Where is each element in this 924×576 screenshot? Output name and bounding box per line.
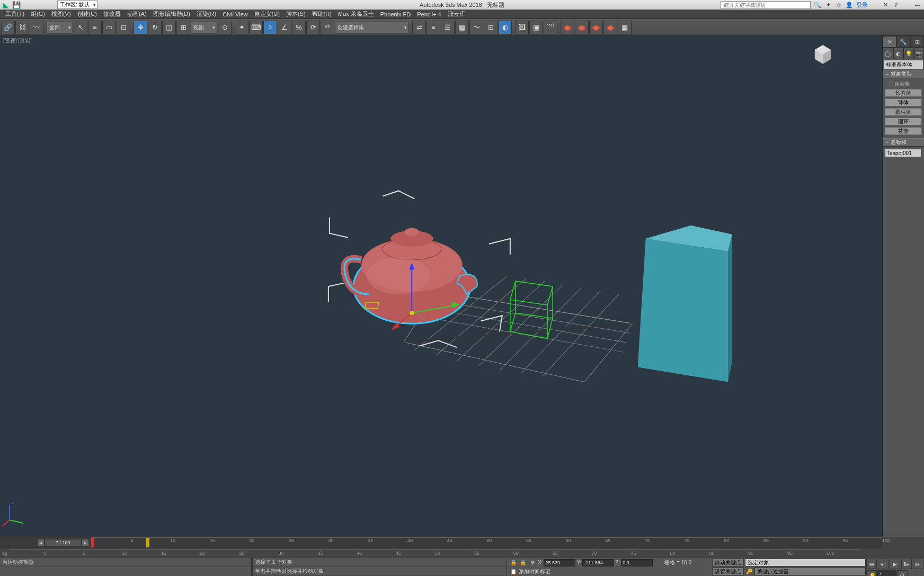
help-icon[interactable]: ? — [892, 1, 900, 8]
modify-tab-icon[interactable]: 🔧 — [896, 36, 910, 48]
object-type-rollout[interactable]: 对象类型 — [883, 70, 924, 78]
abs-rel-icon[interactable]: ⊕ — [528, 559, 537, 567]
user-icon[interactable]: 👤 — [846, 1, 853, 8]
qat-chevron-icon[interactable]: ▾ — [99, 1, 108, 9]
menu-graph[interactable]: 图形编辑器(D) — [150, 9, 193, 19]
geometry-icon[interactable]: ◯ — [883, 48, 893, 59]
menu-modifiers[interactable]: 修改器 — [100, 9, 124, 19]
prev-frame-icon[interactable]: ◂Ⅱ — [878, 559, 889, 569]
vray-teapot-4-icon[interactable]: 🫖 — [603, 21, 617, 34]
key-icon[interactable]: 🔑 — [745, 568, 753, 576]
project-icon[interactable]: 🗋 — [43, 1, 53, 9]
menu-render[interactable]: 渲染(R) — [193, 9, 219, 19]
menu-script[interactable]: 脚本(S) — [283, 9, 309, 19]
goto-end-icon[interactable]: ⏭ — [913, 559, 923, 569]
pivot-icon[interactable]: ⊙ — [218, 21, 232, 34]
menu-views[interactable]: 视图(V) — [48, 9, 74, 19]
render-frame-icon[interactable]: ▣ — [529, 21, 543, 34]
select-by-name-icon[interactable]: ≡ — [88, 21, 102, 34]
set-key-button[interactable]: 设置关键点 — [712, 568, 744, 575]
auto-grid-checkbox[interactable]: ☐ 自动栅 — [885, 80, 922, 87]
render-icon[interactable]: 🎬 — [544, 21, 557, 34]
vray-teapot-3-icon[interactable]: 🫖 — [589, 21, 603, 34]
menu-create[interactable]: 创建(C) — [74, 9, 100, 19]
lock-icon[interactable]: 🔓 — [519, 559, 527, 567]
select-rotate-icon[interactable]: ↻ — [148, 21, 162, 34]
menu-customize[interactable]: 自定义(U) — [251, 9, 283, 19]
auto-key-button[interactable]: 自动关键点 — [712, 559, 744, 566]
selection-filter-dropdown[interactable]: 全部 — [47, 22, 73, 33]
create-tab-icon[interactable]: ✳ — [883, 36, 896, 48]
select-place-icon[interactable]: ⊞ — [176, 21, 190, 34]
save-icon[interactable]: 💾 — [12, 1, 21, 9]
vray-fb-icon[interactable]: ▦ — [618, 21, 632, 34]
keyboard-shortcut-icon[interactable]: ⌨ — [249, 21, 263, 34]
select-scale-icon[interactable]: ◫ — [162, 21, 176, 34]
bind-icon[interactable]: 〰 — [30, 21, 43, 34]
object-name-input[interactable] — [885, 149, 922, 157]
category-dropdown[interactable]: 标准基本体 — [884, 60, 923, 69]
hierarchy-tab-icon[interactable]: ⊞ — [910, 36, 924, 48]
menu-civil[interactable]: Civil View — [219, 10, 251, 19]
select-object-icon[interactable]: ↖ — [74, 21, 87, 34]
menu-pencil[interactable]: Pencil+ 4 — [414, 10, 445, 19]
time-slider-right-icon[interactable]: ▸ — [82, 539, 89, 546]
trackbar-toggle-icon[interactable]: ▤ — [0, 549, 8, 557]
time-slider-left-icon[interactable]: ◂ — [37, 539, 45, 546]
layer-icon[interactable]: ☰ — [441, 21, 455, 34]
edit-named-sel-icon[interactable]: ᵃᵇ — [321, 21, 334, 34]
menu-phoenix[interactable]: Phoenix FD — [377, 10, 414, 19]
torus-button[interactable]: 圆环 — [885, 118, 922, 125]
undo-icon[interactable]: ↶ — [22, 1, 32, 9]
exchange-icon[interactable]: ✕ — [882, 1, 889, 8]
teapot-button[interactable]: 茶壶 — [885, 127, 922, 135]
login-link[interactable]: 登录 — [856, 1, 868, 9]
cylinder-button[interactable]: 圆柱体 — [885, 108, 922, 116]
window-crossing-icon[interactable]: ⊡ — [117, 21, 130, 34]
curve-editor-icon[interactable]: 〜 — [469, 21, 483, 34]
menu-animation[interactable]: 动画(A) — [124, 9, 150, 19]
lights-icon[interactable]: 💡 — [903, 48, 914, 59]
time-slider-handle[interactable]: 7 / 100 — [45, 539, 82, 546]
time-slider[interactable]: ◂ 7 / 100 ▸ 0510152025303540455055606570… — [0, 537, 882, 548]
play-icon[interactable]: ▶ — [890, 559, 900, 569]
frame-input[interactable] — [877, 570, 896, 576]
percent-snap-icon[interactable]: % — [292, 21, 306, 34]
z-input[interactable] — [621, 559, 653, 566]
y-input[interactable] — [582, 559, 614, 566]
redo-icon[interactable]: ↷ — [33, 1, 42, 9]
search-input[interactable] — [721, 1, 811, 9]
mirror-icon[interactable]: ⇄ — [412, 21, 426, 34]
viewcube[interactable] — [811, 42, 834, 66]
snap-toggle-icon[interactable]: 3 — [263, 21, 277, 34]
search-icon[interactable]: 🔍 — [814, 1, 821, 8]
ref-coord-dropdown[interactable]: 视图 — [191, 22, 217, 33]
menu-antivirus[interactable]: Max 杀毒卫士 — [335, 9, 377, 19]
material-editor-icon[interactable]: ◐ — [498, 21, 512, 34]
app-menu-button[interactable]: ◣ — [1, 1, 11, 9]
name-color-rollout[interactable]: 名称和 — [883, 138, 924, 147]
isolate-icon[interactable]: 🔒 — [509, 559, 518, 567]
script-icon[interactable]: 📋 — [509, 568, 518, 576]
key-mode-icon[interactable]: 🔑 — [866, 570, 877, 576]
goto-start-icon[interactable]: ⏮ — [866, 559, 877, 569]
angle-snap-icon[interactable]: ∠ — [278, 21, 291, 34]
menu-tools[interactable]: 工具(T) — [2, 9, 28, 19]
ribbon-icon[interactable]: ▦ — [455, 21, 469, 34]
time-ruler[interactable]: 0510152025303540455055606570758085909510… — [91, 537, 882, 548]
cameras-icon[interactable]: 📷 — [914, 48, 925, 59]
add-time-marker[interactable]: 添加时间标记 — [519, 568, 550, 575]
box-button[interactable]: 长方体 — [885, 89, 922, 97]
selected-object-dropdown[interactable]: 选定对象 — [745, 559, 866, 566]
menu-group[interactable]: 组(G) — [28, 9, 48, 19]
menu-liuyun[interactable]: 溜云库 — [445, 9, 468, 19]
comm-center-icon[interactable]: ✦ — [824, 1, 832, 8]
sphere-button[interactable]: 球体 — [885, 98, 922, 106]
menu-help[interactable]: 帮助(H) — [309, 9, 335, 19]
named-selection-dropdown[interactable]: 创建选择集 — [335, 22, 409, 33]
track-bar[interactable]: ▤ 05101520253035404550556065707580859095… — [0, 548, 924, 558]
render-setup-icon[interactable]: 🖼 — [515, 21, 529, 34]
time-config-icon[interactable]: ⏱ — [897, 570, 908, 576]
spinner-snap-icon[interactable]: ⟳ — [306, 21, 320, 34]
viewport[interactable]: [透视] [真实] — [0, 36, 882, 537]
